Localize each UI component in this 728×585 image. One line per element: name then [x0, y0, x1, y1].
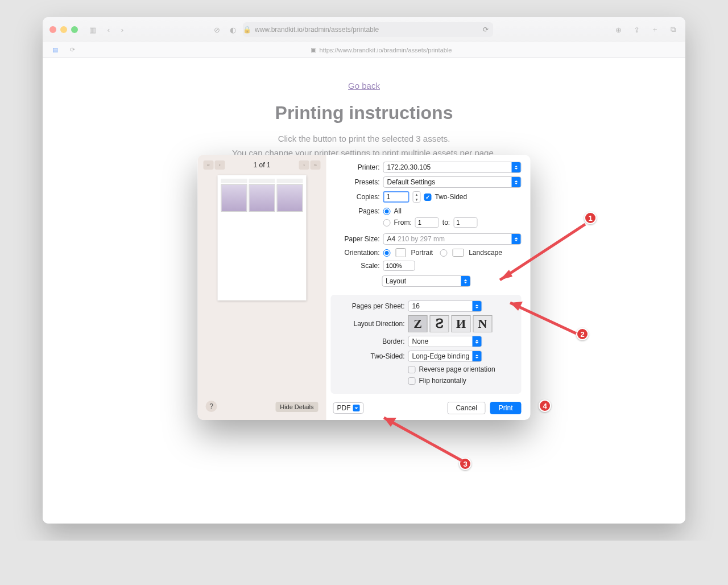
- window-controls: [49, 26, 78, 33]
- reverse-label: Reverse page orientation: [419, 365, 495, 373]
- dialog-bottom-bar: PDF Cancel Print: [333, 402, 522, 414]
- forward-icon[interactable]: ›: [117, 24, 128, 35]
- asset-thumbnail: [249, 184, 275, 212]
- pages-all-label: All: [394, 207, 402, 215]
- help-button[interactable]: ?: [206, 401, 217, 412]
- two-sided-select[interactable]: Long-Edge binding: [408, 351, 482, 362]
- asset-thumbnail: [277, 184, 303, 212]
- pages-label: Pages:: [331, 207, 380, 215]
- layout-direction-label: Layout Direction:: [333, 320, 405, 328]
- paper-size-select[interactable]: A4 210 by 297 mm: [383, 233, 522, 245]
- chevron-updown-icon: [473, 336, 482, 347]
- pages-all-radio[interactable]: [383, 208, 391, 215]
- flip-label: Flip horizontally: [419, 377, 466, 385]
- copies-stepper[interactable]: ▲▼: [413, 191, 421, 203]
- presets-value: Default Settings: [387, 178, 436, 186]
- chevron-updown-icon: [461, 276, 470, 286]
- pages-range-radio[interactable]: [383, 219, 391, 226]
- scale-input[interactable]: [383, 261, 415, 271]
- tabs-icon[interactable]: ⧉: [667, 24, 679, 35]
- tab-url: https://www.brandkit.io/bradmin/assets/p…: [320, 47, 452, 53]
- scale-label: Scale:: [331, 262, 380, 270]
- two-sided-value: Long-Edge binding: [412, 352, 470, 360]
- address-text: www.brandkit.io/bradmin/assets/printable: [255, 26, 379, 34]
- border-select[interactable]: None: [408, 336, 482, 347]
- layout-dir-4[interactable]: N: [473, 315, 493, 332]
- print-options-pane: Printer: 172.20.30.105 Presets: Default …: [326, 155, 531, 420]
- close-window-icon[interactable]: [49, 26, 56, 33]
- toolbar-right: ⊕ ⇪ ＋ ⧉: [613, 24, 679, 35]
- pages-per-sheet-label: Pages per Sheet:: [333, 302, 405, 310]
- paper-size-value: A4: [387, 235, 396, 243]
- tab-title[interactable]: ▣ https://www.brandkit.io/bradmin/assets…: [311, 46, 452, 53]
- landscape-label: Landscape: [469, 249, 502, 257]
- preview-nav: « ‹ 1 of 1 › »: [204, 160, 321, 170]
- back-icon[interactable]: ‹: [103, 24, 114, 35]
- portrait-icon: [396, 248, 406, 257]
- section-select[interactable]: Layout: [382, 275, 470, 287]
- new-tab-icon[interactable]: ＋: [649, 24, 660, 35]
- refresh-small-icon[interactable]: ⟳: [67, 44, 78, 56]
- sidebar-toggle-icon[interactable]: ▥: [87, 24, 98, 35]
- from-input[interactable]: [415, 217, 439, 228]
- asset-thumbnail: [221, 184, 247, 212]
- to-input[interactable]: [453, 217, 477, 228]
- printer-value: 172.20.30.105: [387, 163, 431, 171]
- nav-buttons: ‹ ›: [103, 24, 128, 35]
- page-instruction-1: Click the button to print the selected 3…: [43, 134, 685, 143]
- two-sided-checkbox[interactable]: [424, 193, 432, 201]
- border-label: Border:: [333, 337, 405, 345]
- pages-per-sheet-select[interactable]: 16: [408, 300, 482, 312]
- address-bar[interactable]: 🔒 www.brandkit.io/bradmin/assets/printab…: [243, 22, 493, 37]
- reload-icon[interactable]: ⟳: [483, 26, 489, 34]
- flip-checkbox[interactable]: [408, 377, 416, 385]
- page-title: Printing instructions: [43, 102, 685, 123]
- orientation-label: Orientation:: [331, 249, 380, 257]
- go-back-link[interactable]: Go back: [348, 81, 380, 90]
- print-preview-pane: « ‹ 1 of 1 › » ? Hide Details: [198, 155, 326, 420]
- privacy-icon[interactable]: ⊘: [211, 24, 222, 35]
- portrait-radio[interactable]: [383, 249, 391, 257]
- share-icon[interactable]: ⇪: [631, 24, 642, 35]
- hide-details-button[interactable]: Hide Details: [275, 402, 318, 412]
- cancel-button[interactable]: Cancel: [447, 402, 485, 414]
- pdf-dropdown[interactable]: PDF: [333, 402, 364, 414]
- maximize-window-icon[interactable]: [71, 26, 78, 33]
- presets-label: Presets:: [331, 178, 380, 186]
- reader-icon[interactable]: ▤: [49, 44, 61, 56]
- layout-dir-3[interactable]: И: [452, 315, 471, 332]
- print-dialog: « ‹ 1 of 1 › » ? Hide Details Printer:: [198, 155, 531, 420]
- first-page-icon[interactable]: «: [204, 160, 214, 170]
- two-sided-cb-label: Two-Sided: [435, 193, 468, 201]
- chevron-updown-icon: [473, 301, 482, 311]
- next-page-icon[interactable]: ›: [299, 160, 309, 170]
- presets-select[interactable]: Default Settings: [383, 176, 522, 188]
- minimize-window-icon[interactable]: [60, 26, 67, 33]
- printer-select[interactable]: 172.20.30.105: [383, 162, 522, 173]
- chevron-down-icon: [353, 405, 360, 411]
- lock-icon: 🔒: [243, 26, 251, 34]
- landscape-icon: [452, 249, 464, 257]
- shield-icon[interactable]: ◐: [227, 24, 238, 35]
- copies-input[interactable]: [383, 191, 410, 203]
- site-favicon-icon: ▣: [311, 46, 316, 53]
- print-preview-page: [218, 175, 307, 300]
- portrait-label: Portrait: [411, 249, 433, 257]
- from-label: From:: [394, 219, 412, 226]
- print-button[interactable]: Print: [490, 402, 522, 414]
- two-sided-label: Two-Sided:: [333, 352, 405, 360]
- layout-direction-group: Z Ƨ И N: [408, 315, 493, 332]
- downloads-icon[interactable]: ⊕: [613, 24, 624, 35]
- layout-dir-1[interactable]: Z: [408, 315, 428, 332]
- chevron-updown-icon: [512, 177, 521, 187]
- paper-size-label: Paper Size:: [331, 235, 380, 243]
- chevron-updown-icon: [512, 162, 521, 172]
- last-page-icon[interactable]: »: [311, 160, 321, 170]
- printer-label: Printer:: [331, 163, 380, 171]
- browser-toolbar: ▥ ‹ › ⊘ ◐ 🔒 www.brandkit.io/bradmin/asse…: [43, 17, 685, 42]
- pdf-label: PDF: [337, 404, 351, 412]
- reverse-checkbox[interactable]: [408, 366, 416, 373]
- landscape-radio[interactable]: [440, 249, 447, 257]
- layout-dir-2[interactable]: Ƨ: [430, 315, 449, 332]
- prev-page-icon[interactable]: ‹: [215, 160, 225, 170]
